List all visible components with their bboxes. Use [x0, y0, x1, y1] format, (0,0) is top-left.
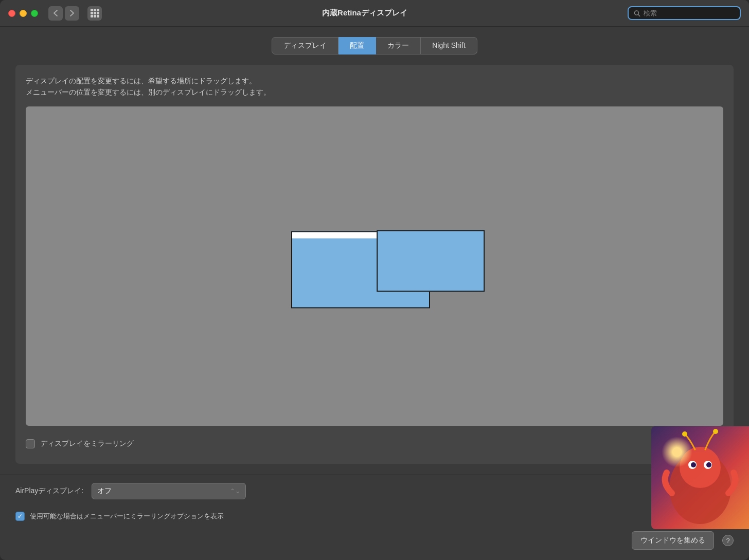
forward-button[interactable]: [65, 6, 79, 21]
display-secondary[interactable]: [377, 230, 485, 292]
titlebar: 内蔵Retinaディスプレイ: [0, 0, 749, 27]
tab-nightshift[interactable]: Night Shift: [421, 37, 477, 55]
mirror-checkbox[interactable]: [26, 439, 35, 448]
tab-arrangement[interactable]: 配置: [338, 37, 376, 55]
search-box: [628, 6, 741, 20]
description-line2: メニューバーの位置を変更するには、別のディスプレイにドラッグします。: [26, 86, 723, 98]
maximize-button[interactable]: [31, 10, 38, 17]
main-window: 内蔵Retinaディスプレイ ディスプレイ 配置 カラー Night Shift…: [0, 0, 749, 560]
tab-color[interactable]: カラー: [376, 37, 421, 55]
window-title: 内蔵Retinaディスプレイ: [108, 8, 621, 18]
minimize-button[interactable]: [20, 10, 27, 17]
app-grid-button[interactable]: [87, 6, 102, 21]
tab-display[interactable]: ディスプレイ: [272, 37, 338, 55]
show-in-menu-checkbox[interactable]: ✓: [15, 512, 25, 521]
back-button[interactable]: [48, 6, 63, 21]
chevron-updown-icon: ⌃⌄: [230, 487, 240, 495]
description: ディスプレイの配置を変更するには、希望する場所にドラッグします。 メニューバーの…: [26, 75, 723, 98]
search-icon: [634, 10, 640, 17]
help-button[interactable]: ?: [722, 535, 734, 546]
airplay-select[interactable]: オフ ⌃⌄: [92, 483, 246, 499]
description-line1: ディスプレイの配置を変更するには、希望する場所にドラッグします。: [26, 75, 723, 86]
close-button[interactable]: [8, 10, 15, 17]
settings-panel: ディスプレイの配置を変更するには、希望する場所にドラッグします。 メニューバーの…: [15, 65, 734, 464]
bottom-controls: ディスプレイをミラーリング: [26, 434, 723, 454]
mirror-label: ディスプレイをミラーリング: [40, 439, 134, 448]
bottom-bar: ウインドウを集める ?: [0, 526, 749, 560]
mirror-row: ディスプレイをミラーリング: [26, 434, 723, 454]
svg-line-1: [638, 14, 640, 16]
show-in-menu-label: 使用可能な場合はメニューバーにミラーリングオプションを表示: [30, 512, 224, 521]
gather-windows-button[interactable]: ウインドウを集める: [632, 531, 714, 550]
search-input[interactable]: [644, 9, 735, 17]
traffic-lights: [8, 10, 38, 17]
airplay-label: AirPlayディスプレイ:: [15, 486, 83, 496]
footer: AirPlayディスプレイ: オフ ⌃⌄: [0, 474, 749, 508]
display-arrangement-area[interactable]: [26, 106, 723, 426]
show-in-menu-row: ✓ 使用可能な場合はメニューバーにミラーリングオプションを表示: [0, 508, 749, 526]
tab-bar: ディスプレイ 配置 カラー Night Shift: [15, 37, 734, 55]
checkmark-icon: ✓: [17, 513, 23, 519]
main-content: ディスプレイ 配置 カラー Night Shift ディスプレイの配置を変更する…: [0, 27, 749, 474]
airplay-value: オフ: [97, 486, 112, 496]
nav-buttons: [48, 6, 79, 21]
grid-icon: [91, 9, 99, 17]
